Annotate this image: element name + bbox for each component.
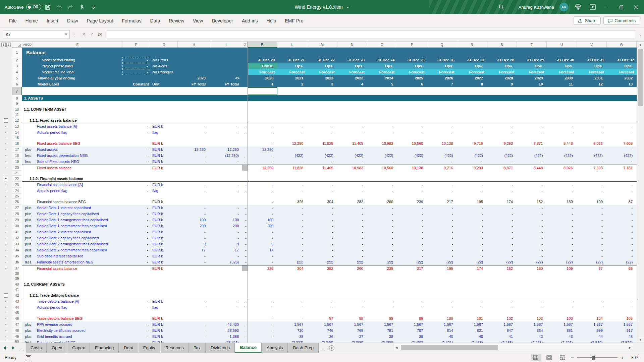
row-label[interactable]: Senior Debt 2 agency fees capitalised xyxy=(33,235,122,241)
period-cell[interactable]: Ops. xyxy=(577,63,607,69)
check-cell[interactable]: - xyxy=(242,334,248,340)
column-header-M[interactable]: M xyxy=(307,42,337,48)
section-label[interactable]: 1. ASSETS xyxy=(24,96,43,100)
unit-cell[interactable]: EUR k xyxy=(150,253,178,259)
period-cell[interactable]: - xyxy=(577,159,607,165)
fy-total-cell[interactable]: - xyxy=(178,229,210,235)
row-header-31[interactable]: 31 xyxy=(12,229,22,235)
period-cell[interactable]: (2,438) xyxy=(457,340,487,343)
period-cell[interactable]: - xyxy=(337,229,367,235)
unit-cell[interactable]: EUR k xyxy=(150,182,178,188)
period-cell[interactable]: 103 xyxy=(547,315,577,321)
period-cell[interactable] xyxy=(367,87,397,95)
column-header-L[interactable]: L xyxy=(277,42,307,48)
period-cell[interactable]: 239 xyxy=(367,265,397,271)
unit-cell[interactable]: EUR k xyxy=(150,223,178,229)
period-cell[interactable]: (2,455) xyxy=(487,340,517,343)
period-cell[interactable]: - xyxy=(577,211,607,217)
period-cell[interactable]: 195 xyxy=(457,199,487,205)
period-cell[interactable]: (422) xyxy=(607,153,637,159)
period-number[interactable]: 4 xyxy=(337,81,367,87)
period-cell[interactable]: Forecast xyxy=(607,69,637,75)
row-header-38[interactable]: 38 xyxy=(12,271,22,276)
section-label[interactable]: 1.2.1. Trade debtors balance xyxy=(30,293,79,297)
period-cell[interactable]: 899 xyxy=(577,327,607,334)
period-cell[interactable]: 1,567 xyxy=(487,321,517,327)
zoom-slider[interactable] xyxy=(577,357,618,358)
unit-cell[interactable]: EUR k xyxy=(150,146,178,153)
period-cell[interactable]: - xyxy=(307,247,337,253)
period-cell[interactable]: - xyxy=(427,253,457,259)
fy-total-cell[interactable]: 200 xyxy=(178,223,210,229)
period-cell[interactable]: - xyxy=(307,235,337,241)
period-cell[interactable]: 881 xyxy=(547,327,577,334)
period-cell[interactable]: 797 xyxy=(397,327,427,334)
fy-total-cell[interactable]: 9 xyxy=(178,241,210,247)
period-number[interactable]: 3 xyxy=(307,81,337,87)
period-cell[interactable]: - xyxy=(307,304,337,310)
row-header-49[interactable]: 49 xyxy=(12,334,22,340)
period-cell[interactable]: (2,386) xyxy=(367,340,397,343)
row-label[interactable] xyxy=(33,87,122,95)
check-cell[interactable]: - xyxy=(242,159,248,165)
row-prefix[interactable]: less xyxy=(22,259,33,265)
fy-total-cell[interactable]: 17 xyxy=(178,247,210,253)
row-header-8[interactable]: 8 xyxy=(12,95,22,101)
period-cell[interactable]: 44 xyxy=(577,334,607,340)
period-cell[interactable]: - xyxy=(248,211,277,217)
period-cell[interactable] xyxy=(517,87,547,95)
period-number[interactable]: 5 xyxy=(367,81,397,87)
row-header-36[interactable]: 36 xyxy=(12,259,22,265)
cell[interactable] xyxy=(242,63,248,69)
sheet-tab-financing[interactable]: Financing xyxy=(90,343,119,353)
period-cell[interactable]: - xyxy=(337,247,367,253)
period-cell[interactable]: 39 xyxy=(397,334,427,340)
period-cell[interactable]: - xyxy=(248,140,277,146)
period-cell[interactable]: - xyxy=(487,235,517,241)
fy-total-cell[interactable] xyxy=(210,87,242,95)
period-cell[interactable]: Const. xyxy=(248,63,277,69)
fy-total-cell[interactable]: (326) xyxy=(210,259,242,265)
period-cell[interactable]: - xyxy=(277,129,307,135)
column-header-ABCD[interactable]: ABCD xyxy=(22,42,33,48)
column-header-S[interactable]: S xyxy=(487,42,517,48)
period-cell[interactable]: 765 xyxy=(337,327,367,334)
undo-icon[interactable] xyxy=(54,2,64,12)
close-button[interactable] xyxy=(629,0,644,14)
row-label[interactable]: Senior Debt 2 commitment fees capitalise… xyxy=(33,247,122,253)
row-header-39[interactable]: 39 xyxy=(12,276,22,281)
fy-total-cell[interactable]: - xyxy=(178,159,210,165)
period-cell[interactable]: 1,567 xyxy=(427,321,457,327)
period-cell[interactable] xyxy=(277,87,307,95)
row-header-13[interactable]: 13 xyxy=(12,123,22,129)
ribbon-display-options-icon[interactable] xyxy=(588,2,598,12)
period-cell[interactable]: (422) xyxy=(277,153,307,159)
period-cell[interactable]: - xyxy=(547,229,577,235)
scroll-right-arrow[interactable]: ▶ xyxy=(627,346,633,349)
period-cell[interactable]: - xyxy=(427,229,457,235)
period-cell[interactable]: - xyxy=(577,298,607,304)
period-cell[interactable]: - xyxy=(337,129,367,135)
period-cell[interactable]: 101 xyxy=(457,315,487,321)
check-cell[interactable]: - xyxy=(242,253,248,259)
period-cell[interactable]: - xyxy=(307,129,337,135)
row-header-46[interactable]: 46 xyxy=(12,315,22,321)
period-cell[interactable]: 10,983 xyxy=(337,165,367,171)
sheet-tab-dash-prep[interactable]: Dash Prep xyxy=(288,343,318,353)
row-header-19[interactable]: 19 xyxy=(12,159,22,165)
period-cell[interactable]: (22) xyxy=(487,259,517,265)
period-number[interactable]: 7 xyxy=(427,81,457,87)
row-header-32[interactable]: 32 xyxy=(12,235,22,241)
period-cell[interactable]: - xyxy=(487,304,517,310)
period-cell[interactable]: 152 xyxy=(517,199,547,205)
row-prefix[interactable]: less xyxy=(22,340,33,343)
row-header-6[interactable]: 6 xyxy=(12,81,22,87)
cell[interactable] xyxy=(242,81,248,87)
ribbon-tab-home[interactable]: Home xyxy=(21,14,42,27)
cell[interactable] xyxy=(242,75,248,81)
period-cell[interactable]: - xyxy=(517,205,547,211)
period-cell[interactable]: - xyxy=(547,223,577,229)
constant-cell[interactable]: - xyxy=(122,304,150,310)
period-cell[interactable]: 40 xyxy=(457,334,487,340)
save-icon[interactable] xyxy=(43,2,53,12)
